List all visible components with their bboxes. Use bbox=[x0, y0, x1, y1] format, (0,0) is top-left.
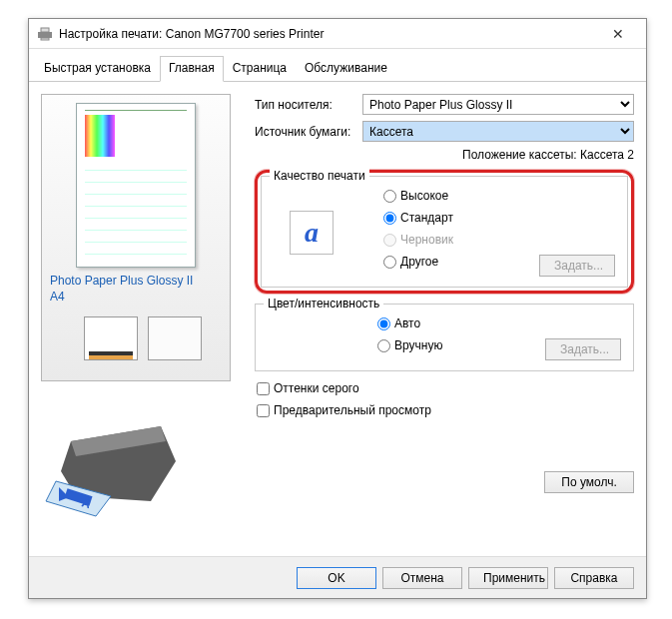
grayscale-checkbox[interactable]: Оттенки серого bbox=[257, 381, 634, 395]
tabstrip: Быстрая установка Главная Страница Обслу… bbox=[29, 49, 646, 82]
preview-checkbox[interactable]: Предварительный просмотр bbox=[257, 403, 634, 417]
ok-button[interactable]: OK bbox=[297, 567, 376, 589]
content-area: Photo Paper Plus Glossy II A4 A Тип носи… bbox=[29, 82, 646, 591]
apply-button[interactable]: Применить bbox=[468, 567, 548, 589]
svg-rect-2 bbox=[41, 38, 49, 40]
tray-preview-1[interactable] bbox=[84, 316, 138, 360]
printer-illustration: A bbox=[41, 401, 191, 521]
grayscale-label: Оттенки серого bbox=[274, 381, 359, 395]
tray-preview-2[interactable] bbox=[148, 316, 202, 360]
quality-fieldset: Качество печати a Высокое Стандарт Черно… bbox=[261, 176, 628, 288]
quality-set-button: Задать... bbox=[539, 255, 615, 277]
radio-standard-label: Стандарт bbox=[400, 211, 453, 225]
preview-label: Предварительный просмотр bbox=[274, 403, 431, 417]
printer-icon bbox=[37, 27, 53, 41]
radio-high[interactable]: Высокое bbox=[383, 187, 615, 205]
tray-previews bbox=[70, 316, 202, 360]
radio-high-label: Высокое bbox=[400, 189, 448, 203]
color-legend: Цвет/интенсивность bbox=[264, 297, 383, 310]
color-set-button: Задать... bbox=[545, 338, 621, 360]
radio-draft-label: Черновик bbox=[400, 233, 453, 247]
quality-highlight: Качество печати a Высокое Стандарт Черно… bbox=[255, 170, 634, 294]
footer: OK Отмена Применить Справка bbox=[29, 556, 646, 598]
right-pane: Тип носителя: Photo Paper Plus Glossy II… bbox=[255, 94, 634, 493]
window-title: Настройка печати: Canon MG7700 series Pr… bbox=[59, 27, 598, 41]
color-fieldset: Цвет/интенсивность Авто Вручную Задать..… bbox=[255, 304, 634, 371]
media-type-label: Тип носителя: bbox=[255, 98, 362, 112]
paper-source-select[interactable]: Кассета bbox=[362, 121, 634, 142]
radio-standard[interactable]: Стандарт bbox=[383, 209, 615, 227]
print-settings-window: Настройка печати: Canon MG7700 series Pr… bbox=[28, 18, 647, 599]
titlebar: Настройка печати: Canon MG7700 series Pr… bbox=[29, 19, 646, 49]
cassette-position-label: Положение кассеты: Кассета 2 bbox=[255, 148, 634, 162]
radio-manual-label: Вручную bbox=[394, 338, 442, 352]
radio-draft: Черновик bbox=[383, 231, 615, 249]
tab-page[interactable]: Страница bbox=[224, 56, 296, 82]
radio-other-label: Другое bbox=[400, 255, 438, 269]
tab-main[interactable]: Главная bbox=[160, 56, 224, 82]
close-button[interactable]: ✕ bbox=[598, 26, 638, 42]
defaults-button[interactable]: По умолч. bbox=[544, 471, 634, 493]
tab-service[interactable]: Обслуживание bbox=[296, 56, 396, 82]
radio-auto-label: Авто bbox=[394, 316, 420, 330]
help-button[interactable]: Справка bbox=[554, 567, 634, 589]
paper-source-label: Источник бумаги: bbox=[255, 125, 362, 139]
paper-preview bbox=[76, 103, 196, 268]
cancel-button[interactable]: Отмена bbox=[382, 567, 462, 589]
svg-rect-1 bbox=[41, 28, 49, 32]
radio-auto[interactable]: Авто bbox=[377, 314, 621, 332]
paper-info-label: Photo Paper Plus Glossy II A4 bbox=[42, 268, 230, 310]
tab-quick-setup[interactable]: Быстрая установка bbox=[35, 56, 160, 82]
preview-box: Photo Paper Plus Glossy II A4 bbox=[41, 94, 231, 381]
quality-legend: Качество печати bbox=[270, 169, 369, 183]
svg-rect-0 bbox=[38, 32, 52, 38]
quality-icon: a bbox=[290, 211, 334, 255]
left-pane: Photo Paper Plus Glossy II A4 A bbox=[41, 94, 241, 524]
media-type-select[interactable]: Photo Paper Plus Glossy II bbox=[362, 94, 634, 115]
